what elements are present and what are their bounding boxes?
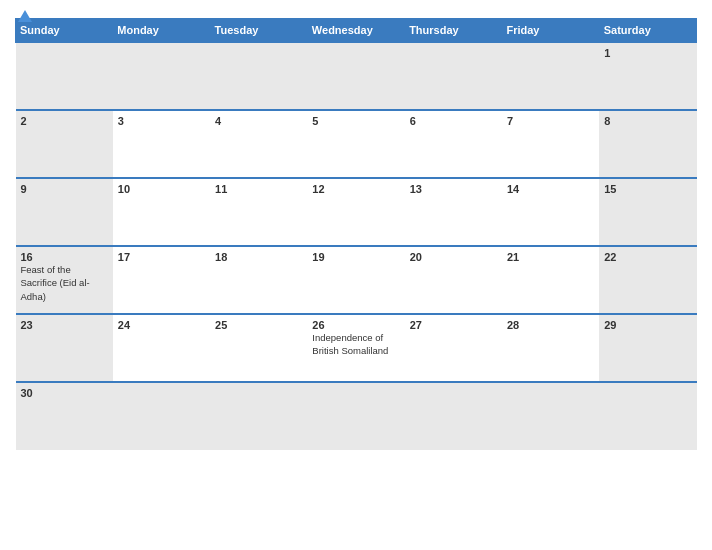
calendar-day-cell: 26Independence of British Somaliland	[307, 314, 404, 382]
calendar-day-cell	[307, 42, 404, 110]
day-number: 20	[410, 251, 497, 263]
day-number: 29	[604, 319, 691, 331]
header-thursday: Thursday	[405, 19, 502, 43]
day-number: 14	[507, 183, 594, 195]
calendar-day-cell	[307, 382, 404, 450]
day-number: 19	[312, 251, 399, 263]
calendar-day-cell: 19	[307, 246, 404, 314]
day-number: 2	[21, 115, 108, 127]
day-number: 13	[410, 183, 497, 195]
calendar-day-cell: 5	[307, 110, 404, 178]
day-number: 25	[215, 319, 302, 331]
header-monday: Monday	[113, 19, 210, 43]
day-number: 11	[215, 183, 302, 195]
calendar-day-cell: 21	[502, 246, 599, 314]
calendar-day-cell: 24	[113, 314, 210, 382]
day-number: 9	[21, 183, 108, 195]
day-number: 7	[507, 115, 594, 127]
day-number: 17	[118, 251, 205, 263]
calendar-day-cell: 4	[210, 110, 307, 178]
calendar-day-cell: 7	[502, 110, 599, 178]
calendar-day-cell: 27	[405, 314, 502, 382]
day-number: 15	[604, 183, 691, 195]
day-number: 10	[118, 183, 205, 195]
day-number: 28	[507, 319, 594, 331]
calendar-day-cell: 2	[16, 110, 113, 178]
calendar-day-cell: 10	[113, 178, 210, 246]
calendar-day-cell	[405, 382, 502, 450]
week-row-5: 23242526Independence of British Somalila…	[16, 314, 697, 382]
days-of-week-row: SundayMondayTuesdayWednesdayThursdayFrid…	[16, 19, 697, 43]
calendar-day-cell: 9	[16, 178, 113, 246]
day-number: 22	[604, 251, 691, 263]
logo-blue-text	[15, 10, 32, 23]
calendar-day-cell: 16Feast of the Sacrifice (Eid al-Adha)	[16, 246, 113, 314]
day-number: 21	[507, 251, 594, 263]
calendar-day-cell: 3	[113, 110, 210, 178]
day-number: 3	[118, 115, 205, 127]
calendar-day-cell	[113, 42, 210, 110]
day-number: 8	[604, 115, 691, 127]
day-number: 6	[410, 115, 497, 127]
calendar-day-cell: 11	[210, 178, 307, 246]
calendar-day-cell: 12	[307, 178, 404, 246]
calendar-day-cell	[16, 42, 113, 110]
calendar-page: SundayMondayTuesdayWednesdayThursdayFrid…	[0, 0, 712, 550]
day-number: 1	[604, 47, 691, 59]
week-row-6: 30	[16, 382, 697, 450]
day-number: 18	[215, 251, 302, 263]
calendar-day-cell: 14	[502, 178, 599, 246]
day-number: 27	[410, 319, 497, 331]
day-number: 4	[215, 115, 302, 127]
calendar-day-cell: 1	[599, 42, 696, 110]
calendar-day-cell	[502, 42, 599, 110]
day-number: 12	[312, 183, 399, 195]
week-row-4: 16Feast of the Sacrifice (Eid al-Adha)17…	[16, 246, 697, 314]
calendar-day-cell: 23	[16, 314, 113, 382]
calendar-day-cell	[502, 382, 599, 450]
calendar-day-cell: 17	[113, 246, 210, 314]
calendar-header-row: SundayMondayTuesdayWednesdayThursdayFrid…	[16, 19, 697, 43]
calendar-day-cell	[405, 42, 502, 110]
header-saturday: Saturday	[599, 19, 696, 43]
calendar-day-cell: 22	[599, 246, 696, 314]
calendar-table: SundayMondayTuesdayWednesdayThursdayFrid…	[15, 18, 697, 450]
calendar-day-cell: 20	[405, 246, 502, 314]
header-friday: Friday	[502, 19, 599, 43]
calendar-day-cell	[210, 382, 307, 450]
calendar-day-cell: 13	[405, 178, 502, 246]
week-row-3: 9101112131415	[16, 178, 697, 246]
day-number: 24	[118, 319, 205, 331]
logo	[15, 10, 32, 23]
header-wednesday: Wednesday	[307, 19, 404, 43]
week-row-2: 2345678	[16, 110, 697, 178]
calendar-day-cell: 15	[599, 178, 696, 246]
day-event: Independence of British Somaliland	[312, 332, 388, 356]
calendar-day-cell	[210, 42, 307, 110]
calendar-day-cell: 6	[405, 110, 502, 178]
logo-triangle-icon	[18, 10, 32, 22]
calendar-day-cell: 18	[210, 246, 307, 314]
day-number: 16	[21, 251, 108, 263]
calendar-day-cell: 29	[599, 314, 696, 382]
day-number: 30	[21, 387, 108, 399]
calendar-day-cell: 8	[599, 110, 696, 178]
calendar-day-cell	[113, 382, 210, 450]
calendar-day-cell	[599, 382, 696, 450]
day-number: 23	[21, 319, 108, 331]
week-row-1: 1	[16, 42, 697, 110]
day-number: 26	[312, 319, 399, 331]
calendar-body: 12345678910111213141516Feast of the Sacr…	[16, 42, 697, 450]
calendar-day-cell: 28	[502, 314, 599, 382]
calendar-day-cell: 30	[16, 382, 113, 450]
day-number: 5	[312, 115, 399, 127]
calendar-day-cell: 25	[210, 314, 307, 382]
day-event: Feast of the Sacrifice (Eid al-Adha)	[21, 264, 90, 302]
header-tuesday: Tuesday	[210, 19, 307, 43]
